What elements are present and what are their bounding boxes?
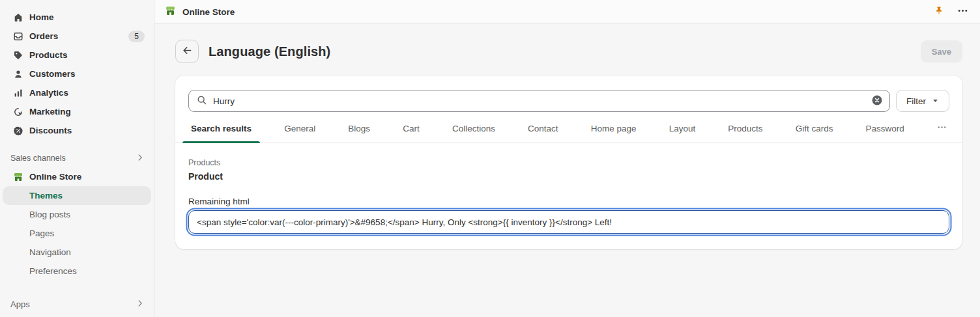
sales-channels-label: Sales channels [10,154,66,163]
main-column: Online Store [154,0,980,317]
tab-search-results[interactable]: Search results [182,114,261,143]
sidebar-item-blog-posts[interactable]: Blog posts [3,205,151,224]
orders-icon [13,31,23,42]
tab-cart[interactable]: Cart [394,114,429,143]
sidebar-spacer [0,281,154,295]
apps-label: Apps [10,299,30,309]
search-row: Filter [175,76,962,112]
filter-button-label: Filter [906,96,926,106]
sidebar-item-home[interactable]: Home [0,8,154,27]
tab-password[interactable]: Password [857,114,914,143]
tab-label: Products [728,124,762,133]
tab-blogs[interactable]: Blogs [339,114,379,143]
field-label: Remaining html [188,197,949,206]
tab-label: Blogs [348,124,370,133]
tab-home-page[interactable]: Home page [582,114,646,143]
tab-label: Cart [403,124,420,133]
pin-icon [934,6,944,18]
back-button[interactable] [175,40,199,63]
pin-button[interactable] [932,5,945,20]
sidebar-item-products[interactable]: Products [0,46,154,64]
tab-label: Contact [528,124,558,133]
sidebar-item-label: Blog posts [29,210,70,219]
sidebar-item-pages[interactable]: Pages [3,224,151,243]
tabs-more-button[interactable] [928,114,956,143]
page-content: Language (English) Save [154,24,980,317]
sidebar-item-label: Themes [29,191,63,200]
clear-search-button[interactable] [871,94,883,108]
tab-general[interactable]: General [275,114,324,143]
card-body: Products Product Remaining html [175,143,962,249]
tab-label: Search results [191,124,252,133]
sidebar-section-sales-channels[interactable]: Sales channels [0,149,154,167]
translations-card: Filter Search results General Blogs Cart… [175,76,962,249]
sidebar-item-label: Products [29,50,145,60]
storefront-icon [165,5,176,19]
page-header: Language (English) Save [175,40,962,63]
sidebar-item-analytics[interactable]: Analytics [0,83,154,102]
chevron-right-icon [136,153,145,164]
clear-circle-icon [871,94,883,108]
sidebar-item-label: Navigation [29,247,71,257]
tab-contact[interactable]: Contact [519,114,568,143]
sidebar-section-apps[interactable]: Apps [0,295,154,313]
sidebar-item-preferences[interactable]: Preferences [3,262,151,281]
filter-button[interactable]: Filter [896,90,949,112]
tab-bar: Search results General Blogs Cart Collec… [175,114,962,143]
sidebar-item-orders[interactable]: Orders 5 [0,27,154,46]
topbar-actions [932,4,970,20]
target-cursor-icon [13,107,23,117]
sidebar-item-navigation[interactable]: Navigation [3,243,151,262]
storefront-icon [13,172,23,182]
tab-label: Layout [669,124,696,133]
more-horizontal-icon [957,5,968,18]
tab-label: Password [866,124,904,133]
topbar: Online Store [154,0,980,24]
sidebar-item-label: Discounts [29,126,145,135]
more-horizontal-icon [937,122,947,135]
sidebar-item-discounts[interactable]: Discounts [0,121,154,140]
search-input[interactable] [213,96,865,106]
sidebar-item-themes[interactable]: Themes [3,186,151,205]
tab-label: Gift cards [796,124,833,133]
page-title: Language (English) [209,44,330,59]
orders-count-badge: 5 [128,31,145,42]
tab-label: General [284,124,315,133]
home-icon [13,12,23,23]
discount-badge-icon [13,126,23,136]
tab-label: Collections [452,124,495,133]
sidebar-item-marketing[interactable]: Marketing [0,102,154,121]
sidebar-item-label: Customers [29,69,145,79]
tab-gift-cards[interactable]: Gift cards [786,114,843,143]
app-root: Home Orders 5 Products Customers A [0,0,980,317]
sidebar-item-customers[interactable]: Customers [0,64,154,83]
tab-layout[interactable]: Layout [660,114,705,143]
tag-icon [13,50,23,61]
sidebar-item-online-store[interactable]: Online Store [0,167,154,186]
sidebar: Home Orders 5 Products Customers A [0,0,154,317]
sidebar-item-label: Analytics [29,88,145,98]
sidebar-item-label: Orders [29,31,122,41]
group-title: Product [188,171,949,182]
remaining-html-input[interactable] [188,210,949,234]
save-button[interactable]: Save [921,40,962,62]
sidebar-item-label: Pages [29,228,54,238]
tab-collections[interactable]: Collections [443,114,504,143]
search-box [188,90,890,112]
sidebar-item-label: Preferences [29,266,77,276]
chevron-right-icon [136,299,145,310]
caret-down-icon [932,96,939,106]
bar-chart-icon [13,88,23,98]
arrow-left-icon [181,44,194,59]
tab-label: Home page [591,124,637,133]
person-icon [13,69,23,79]
tab-products[interactable]: Products [719,114,771,143]
group-label: Products [188,158,949,167]
sidebar-item-label: Online Store [29,172,145,182]
topbar-title: Online Store [182,7,235,17]
sidebar-item-label: Marketing [29,107,145,117]
topbar-more-button[interactable] [956,4,970,20]
sidebar-item-label: Home [29,12,145,22]
search-icon [196,94,207,108]
